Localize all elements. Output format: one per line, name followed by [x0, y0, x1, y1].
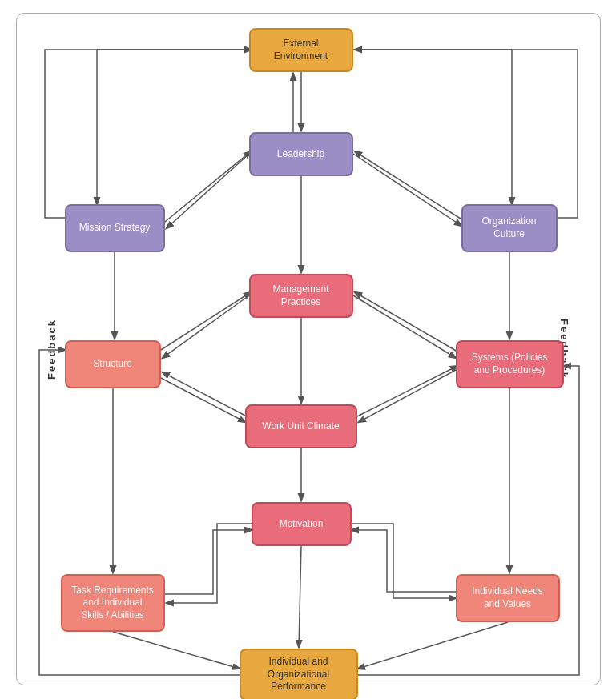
svg-line-3: [165, 151, 251, 222]
diagram-container: Feedback Feedback: [16, 13, 601, 685]
svg-line-12: [355, 292, 457, 352]
node-systems: Systems (Policiesand Procedures): [456, 340, 564, 388]
svg-line-9: [163, 295, 249, 358]
svg-line-22: [113, 632, 240, 669]
svg-line-21: [299, 546, 301, 647]
svg-line-14: [161, 378, 245, 422]
svg-line-5: [355, 151, 463, 220]
node-task-requirements: Task Requirementsand IndividualSkills / …: [61, 574, 165, 632]
svg-line-16: [359, 370, 456, 422]
svg-line-2: [167, 154, 249, 228]
node-structure: Structure: [65, 340, 161, 388]
node-motivation: Motivation: [252, 502, 352, 546]
node-leadership: Leadership: [249, 132, 353, 176]
node-external-environment: ExternalEnvironment: [249, 28, 353, 72]
svg-line-11: [353, 295, 456, 358]
node-individual-needs: Individual Needsand Values: [456, 574, 560, 622]
svg-line-17: [357, 366, 457, 416]
node-mission-strategy: Mission Strategy: [65, 204, 165, 252]
feedback-left-label: Feedback: [46, 319, 58, 380]
svg-line-15: [163, 372, 247, 416]
node-individual-performance: Individual andOrganizationalPerformance: [240, 649, 358, 699]
svg-line-23: [358, 622, 508, 669]
node-work-unit-climate: Work Unit Climate: [245, 404, 357, 448]
node-organization-culture: OrganizationCulture: [461, 204, 558, 252]
svg-line-4: [353, 154, 461, 226]
svg-line-10: [161, 292, 251, 350]
node-management-practices: ManagementPractices: [249, 274, 353, 318]
